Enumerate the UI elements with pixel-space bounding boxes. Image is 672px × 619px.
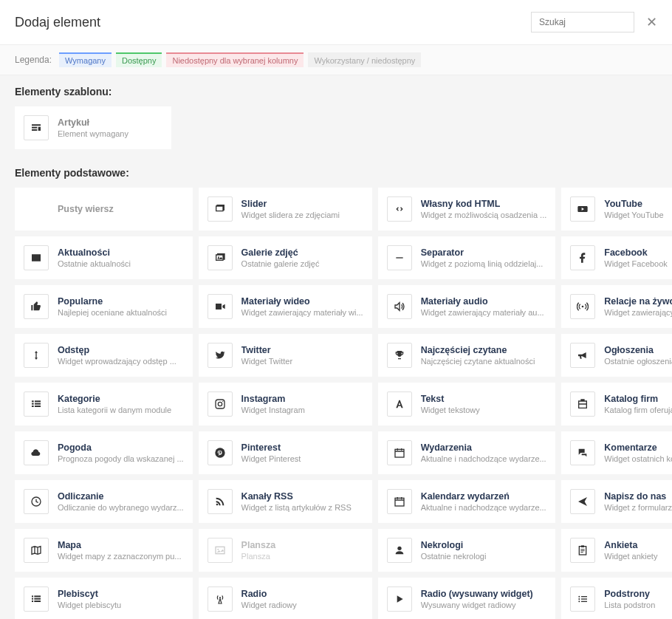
card-title: Facebook <box>604 247 672 258</box>
card-popularne[interactable]: PopularneNajlepiej oceniane aktualności <box>15 285 193 328</box>
card-audio[interactable]: Materiały audioWidget zawierający materi… <box>378 285 556 328</box>
card-sub: Widget Facebook <box>604 259 672 268</box>
svg-rect-21 <box>581 545 584 547</box>
card-title: Popularne <box>58 296 184 307</box>
card-title: Plansza <box>241 540 363 550</box>
card-galerie[interactable]: Galerie zdjęćOstatnie galerie zdjęć <box>199 236 372 279</box>
card-title: Relacje na żywo <box>604 296 672 307</box>
card-html[interactable]: Własny kod HTMLWidget z możliwością osad… <box>378 188 556 230</box>
card-pinterest[interactable]: PinterestWidget Pinterest <box>199 431 372 474</box>
card-title: Slider <box>241 199 363 209</box>
svg-point-33 <box>579 601 580 602</box>
card-title: Pusty wiersz <box>58 204 184 214</box>
card-sub: Ostatnie nekrologi <box>421 552 547 561</box>
section-template-title: Elementy szablonu: <box>15 86 657 98</box>
card-title: Galerie zdjęć <box>241 247 363 258</box>
card-radio[interactable]: RadioWidget radiowy <box>199 578 372 619</box>
facebook-icon <box>570 245 595 270</box>
card-title: YouTube <box>604 199 672 209</box>
card-sub: Widget z formularzem kontakto... <box>604 503 672 512</box>
legend-chip-required: Wymagany <box>59 52 112 67</box>
card-ogloszenia[interactable]: OgłoszeniaOstatnie ogłoszenia <box>561 334 672 377</box>
card-kategorie[interactable]: KategorieLista kategorii w danym module <box>15 383 193 425</box>
card-odstep[interactable]: OdstępWidget wprowadzający odstęp ... <box>15 334 193 377</box>
comments-icon <box>570 440 595 465</box>
card-title: Aktualności <box>58 247 184 258</box>
card-wydarzenia[interactable]: WydarzeniaAktualne i nadchodzące wydarze… <box>378 431 556 474</box>
svg-rect-1 <box>396 257 402 258</box>
card-facebook[interactable]: FacebookWidget Facebook <box>561 236 672 279</box>
card-sub: Widget ankiety <box>604 552 672 561</box>
card-artykul[interactable]: Artykuł Element wymagany <box>15 106 171 149</box>
card-aktualnosci[interactable]: AktualnościOstatnie aktualności <box>15 236 193 279</box>
card-ankieta[interactable]: AnkietaWidget ankiety <box>561 529 672 572</box>
card-tekst[interactable]: TekstWidget tekstowy <box>378 383 556 425</box>
svg-point-19 <box>397 547 401 550</box>
card-sub: Widget radiowy <box>241 601 363 609</box>
svg-rect-27 <box>34 601 41 602</box>
card-rss[interactable]: Kanały RSSWidget z listą artykułów z RSS <box>199 480 372 523</box>
svg-point-2 <box>582 306 584 308</box>
card-title: Pinterest <box>241 442 363 453</box>
card-radioslide[interactable]: Radio (wysuwany widget)Wysuwany widget r… <box>378 578 556 619</box>
card-title: Artykuł <box>58 117 162 128</box>
card-twitter[interactable]: TwitterWidget Twitter <box>199 334 372 377</box>
svg-rect-9 <box>216 400 224 408</box>
card-title: Instagram <box>241 394 363 404</box>
card-kalendarz[interactable]: Kalendarz wydarzeńAktualne i nadchodzące… <box>378 480 556 523</box>
card-sub: Lista podstron <box>604 601 672 609</box>
card-body: Artykuł Element wymagany <box>58 117 162 138</box>
card-title: Twitter <box>241 345 363 355</box>
card-komentarze[interactable]: KomentarzeWidget ostatnich komentarzy w … <box>561 431 672 474</box>
legend-bar: Legenda: Wymagany Dostępny Niedostępny d… <box>0 44 672 75</box>
card-wideo[interactable]: Materiały wideoWidget zawierający materi… <box>199 285 372 328</box>
card-czytane[interactable]: Najczęściej czytaneNajczęściej czytane a… <box>378 334 556 377</box>
card-sub: Ostatnie galerie zdjęć <box>241 259 363 268</box>
svg-rect-6 <box>35 403 41 405</box>
svg-rect-30 <box>581 596 587 597</box>
legend-label: Legenda: <box>15 55 52 65</box>
card-sub: Odliczanie do wybranego wydarz... <box>58 503 184 512</box>
card-plebiscyt[interactable]: PlebiscytWidget plebiscytu <box>15 578 193 619</box>
briefcase-icon <box>570 391 595 417</box>
empty-icon <box>24 196 49 222</box>
card-mapa[interactable]: MapaWidget mapy z zaznaczonym pu... <box>15 529 193 572</box>
card-plansza[interactable]: PlanszaPlansza <box>199 529 372 572</box>
gallery-icon <box>208 245 233 270</box>
card-podstrony[interactable]: PodstronyLista podstron <box>561 578 672 619</box>
card-sub: Widget Instagram <box>241 406 363 414</box>
close-icon[interactable]: ✕ <box>646 14 657 30</box>
cloud-icon <box>24 440 49 465</box>
card-instagram[interactable]: InstagramWidget Instagram <box>199 383 372 425</box>
card-odliczanie[interactable]: OdliczanieOdliczanie do wybranego wydarz… <box>15 480 193 523</box>
card-title: Kanały RSS <box>241 491 363 502</box>
pinterest-icon <box>208 440 233 465</box>
arrows-vertical-icon <box>24 343 49 368</box>
card-sub: Widget z możliwością osadzenia ... <box>421 211 547 219</box>
card-youtube[interactable]: YouTubeWidget YouTube <box>561 188 672 230</box>
legend-chip-used: Wykorzystany / niedostępny <box>308 52 421 67</box>
svg-point-10 <box>218 402 222 406</box>
search-input[interactable] <box>531 12 634 33</box>
card-slider[interactable]: SliderWidget slidera ze zdjęciami <box>199 188 372 230</box>
card-sub: Aktualne i nadchodzące wydarze... <box>421 454 547 463</box>
card-sub: Widget z listą artykułów z RSS <box>241 503 363 512</box>
card-nekrologi[interactable]: NekrologiOstatnie nekrologi <box>378 529 556 572</box>
card-title: Odstęp <box>58 345 184 355</box>
tasks-icon <box>24 586 49 612</box>
card-title: Mapa <box>58 540 184 550</box>
card-sub: Widget ostatnich komentarzy w ... <box>604 454 672 463</box>
news-icon <box>24 245 49 270</box>
card-pogoda[interactable]: PogodaPrognoza pogody dla wskazanej ... <box>15 431 193 474</box>
card-separator[interactable]: SeparatorWidget z poziomą linią oddziela… <box>378 236 556 279</box>
card-relacje[interactable]: Relacje na żywoWidget zawierający relacj… <box>561 285 672 328</box>
card-katalog[interactable]: Katalog firmKatalog firm oferujących swo… <box>561 383 672 425</box>
card-sub: Najlepiej oceniane aktualności <box>58 308 184 317</box>
send-icon <box>570 489 595 514</box>
megaphone-icon <box>570 343 595 368</box>
svg-rect-4 <box>35 400 41 402</box>
card-napisz[interactable]: Napisz do nasWidget z formularzem kontak… <box>561 480 672 523</box>
card-sub: Widget zawierający relacje na ży... <box>604 308 672 317</box>
volume-icon <box>387 294 412 319</box>
card-pusty-wiersz[interactable]: Pusty wiersz <box>15 188 193 230</box>
